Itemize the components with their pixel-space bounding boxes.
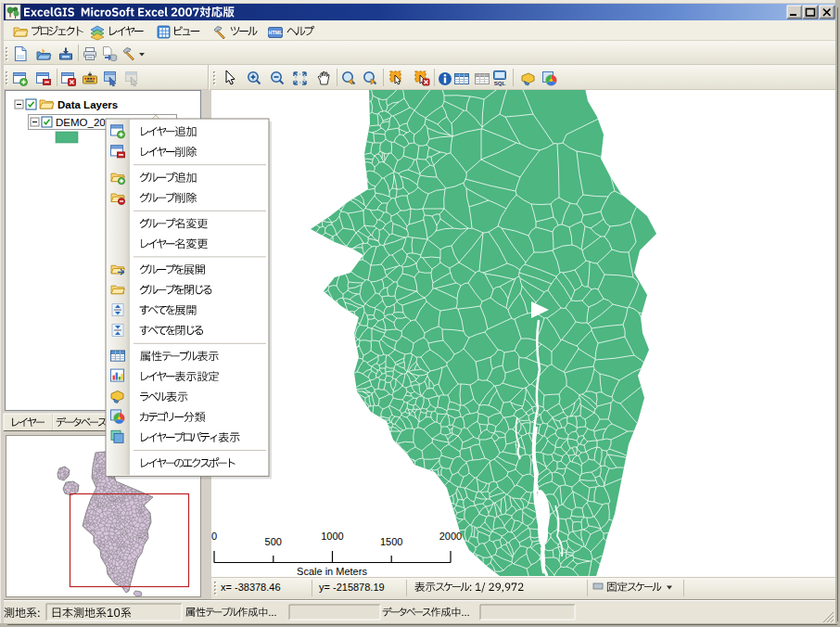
svg-text:y= -215878.19: y= -215878.19 [319, 582, 385, 593]
svg-text:1500: 1500 [380, 536, 402, 547]
svg-text:Data Layers: Data Layers [57, 99, 118, 110]
svg-text:2000: 2000 [439, 531, 462, 542]
svg-text:SQL: SQL [494, 80, 506, 86]
svg-text:1000: 1000 [321, 531, 343, 542]
svg-text:500: 500 [265, 536, 282, 547]
svg-text:x= -38378.46: x= -38378.46 [221, 582, 281, 593]
svg-text:HTML: HTML [269, 30, 284, 35]
svg-text:0: 0 [211, 531, 217, 542]
svg-text:Scale in Meters: Scale in Meters [297, 566, 367, 577]
